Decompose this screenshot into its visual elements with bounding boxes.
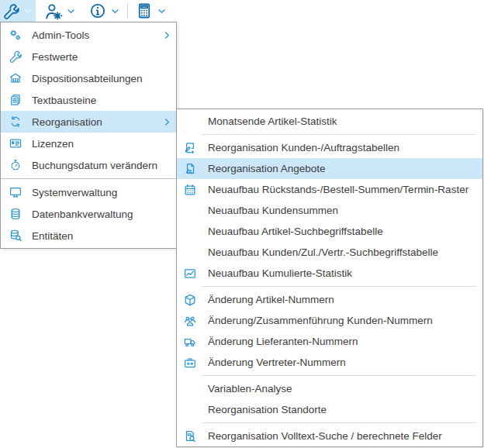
icon-placeholder (183, 204, 197, 218)
submenu-item-label: Neuaufbau Kundensummen (208, 205, 478, 216)
chevron-right-icon (162, 30, 171, 40)
reorganisation-submenu: Monatsende Artikel-Statistik Reorganisat… (176, 109, 483, 447)
submenu-item-label: Änderung/Zusammenführung Kunden-Nummern (208, 315, 478, 326)
menu-item-label: Admin-Tools (32, 29, 153, 41)
submenu-item-reorganisation-kunden-auftragstabellen[interactable]: Reorganisation Kunden-/Auftragstabellen (177, 137, 482, 158)
submenu-item-label: Neuaufbau Kunden/Zul./Vertr.-Suchbegriff… (208, 246, 478, 258)
calendar-icon (183, 183, 197, 197)
menu-item-label: Festwerte (32, 51, 171, 63)
monitor-icon (9, 185, 22, 199)
chevron-down-icon[interactable] (156, 0, 167, 22)
submenu-item-neuaufbau-artikel-suchbegriffstabelle[interactable]: Neuaufbau Artikel-Suchbegriffstabelle (177, 221, 482, 242)
submenu-item-reorganisation-standorte[interactable]: Reorganisation Standorte (177, 399, 482, 420)
submenu-item-label: Änderung Artikel-Nummern (208, 294, 478, 305)
database-search-icon (9, 229, 22, 243)
submenu-item-label: Reorganisation Angebote (208, 163, 478, 174)
toolbar-button-user-settings[interactable] (41, 0, 78, 22)
submenu-item-label: Variablen-Analyse (208, 383, 478, 395)
menu-item-label: Buchungsdatum verändern (32, 160, 171, 171)
chevron-down-icon[interactable] (22, 0, 33, 22)
submenu-item-reorganisation-angebote[interactable]: Reorganisation Angebote (177, 158, 482, 179)
table-edit-icon (183, 141, 197, 155)
briefcase-icon (183, 356, 197, 370)
toolbar-button-info[interactable] (86, 0, 123, 22)
sync-icon (9, 115, 22, 129)
submenu-item-label: Reorganisation Standorte (208, 404, 478, 415)
submenu-item-label: Neuaufbau Artikel-Suchbegriffstabelle (208, 226, 478, 237)
cube-icon (183, 293, 197, 307)
database-icon (9, 207, 22, 221)
stopwatch-icon (9, 158, 22, 172)
menu-item-systemverwaltung[interactable]: Systemverwaltung (1, 181, 176, 203)
icon-placeholder (183, 115, 197, 129)
submenu-item-neuaufbau-kunden-zul-vertr-suchbegriffstabelle[interactable]: Neuaufbau Kunden/Zul./Vertr.-Suchbegriff… (177, 242, 482, 263)
submenu-item-label: Änderung Vertreter-Nummern (208, 357, 478, 368)
icon-placeholder (183, 382, 197, 396)
menu-separator (1, 178, 176, 179)
line-chart-icon (183, 267, 197, 281)
submenu-item-label: Neuaufbau Rückstands-/Bestell-Summen/Ter… (208, 184, 478, 195)
toolbar-button-calculator[interactable] (133, 0, 169, 22)
menu-item-label: Systemverwaltung (32, 187, 171, 198)
gears-icon (9, 28, 22, 42)
submenu-separator (202, 134, 476, 135)
truck-icon (183, 335, 197, 349)
icon-placeholder (183, 225, 197, 239)
submenu-item-label: Reorganisation Volltext-Suche / berechne… (208, 430, 478, 442)
icon-placeholder (183, 403, 197, 417)
menu-item-entitaeten[interactable]: Entitäten (1, 225, 176, 246)
department-building-icon (9, 71, 22, 85)
submenu-item-label: Neuaufbau Kumulierte-Statistik (208, 267, 478, 279)
menu-item-textbausteine[interactable]: Textbausteine (1, 89, 176, 111)
menu-item-festwerte[interactable]: Festwerte (1, 46, 176, 67)
submenu-item-aenderung-artikel-nummern[interactable]: Änderung Artikel-Nummern (177, 289, 482, 310)
icon-placeholder (183, 246, 197, 260)
toolbar-button-tools[interactable] (0, 0, 36, 22)
submenu-item-variablen-analyse[interactable]: Variablen-Analyse (177, 378, 482, 399)
document-people-icon (183, 162, 197, 176)
menu-item-label: Dispositionsabteilungen (32, 73, 171, 84)
menu-item-label: Lizenzen (32, 138, 171, 150)
submenu-separator (202, 375, 476, 376)
submenu-item-label: Monatsende Artikel-Statistik (208, 115, 478, 127)
submenu-separator (202, 422, 476, 423)
chevron-right-icon (162, 117, 171, 126)
wrench-icon (9, 50, 22, 64)
user-gear-icon (43, 2, 63, 21)
menu-item-admin-tools[interactable]: Admin-Tools (1, 24, 176, 46)
submenu-item-label: Reorganisation Kunden-/Auftragstabellen (208, 142, 478, 153)
submenu-item-neuaufbau-rueckstands-bestell-summen-termin-raster[interactable]: Neuaufbau Rückstands-/Bestell-Summen/Ter… (177, 179, 482, 200)
submenu-separator (202, 286, 476, 287)
submenu-item-neuaufbau-kumulierte-statistik[interactable]: Neuaufbau Kumulierte-Statistik (177, 263, 482, 284)
submenu-item-label: Änderung Lieferanten-Nummern (208, 336, 478, 347)
chevron-down-icon[interactable] (109, 0, 120, 22)
menu-item-buchungsdatum-veraendern[interactable]: Buchungsdatum verändern (1, 154, 176, 176)
menu-item-dispositionsabteilungen[interactable]: Dispositionsabteilungen (1, 67, 176, 89)
submenu-item-monatsende-artikel-statistik[interactable]: Monatsende Artikel-Statistik (177, 111, 482, 132)
license-card-icon (9, 136, 22, 150)
admin-dropdown-menu: Admin-Tools Festwerte Dispositionsabteil… (0, 22, 177, 249)
menu-item-label: Entitäten (32, 230, 171, 242)
text-blocks-icon (9, 93, 22, 107)
menu-item-label: Reorganisation (32, 116, 153, 128)
menu-item-label: Datenbankverwaltung (32, 208, 171, 220)
toolbar (0, 0, 484, 22)
submenu-item-aenderung-lieferanten-nummern[interactable]: Änderung Lieferanten-Nummern (177, 331, 482, 352)
submenu-item-neuaufbau-kundensummen[interactable]: Neuaufbau Kundensummen (177, 200, 482, 221)
people-group-icon (183, 314, 197, 328)
calculator-icon (135, 2, 154, 20)
submenu-item-aenderung-vertreter-nummern[interactable]: Änderung Vertreter-Nummern (177, 352, 482, 373)
wrench-icon (2, 2, 20, 20)
chevron-down-icon[interactable] (65, 0, 76, 22)
menu-item-lizenzen[interactable]: Lizenzen (1, 133, 176, 154)
submenu-item-aenderung-zusammenfuehrung-kunden-nummern[interactable]: Änderung/Zusammenführung Kunden-Nummern (177, 310, 482, 331)
info-icon (88, 2, 107, 20)
document-search-icon (183, 429, 197, 443)
menu-item-label: Textbausteine (32, 95, 171, 106)
menu-item-reorganisation[interactable]: Reorganisation (1, 111, 176, 133)
toolbar-separator (127, 3, 128, 19)
menu-item-datenbankverwaltung[interactable]: Datenbankverwaltung (1, 203, 176, 225)
submenu-item-reorganisation-volltext-suche-berechnete-felder[interactable]: Reorganisation Volltext-Suche / berechne… (177, 426, 482, 446)
